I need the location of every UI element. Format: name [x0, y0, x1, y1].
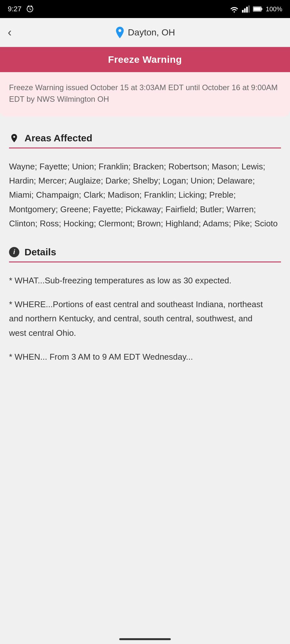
- alarm-icon: [26, 5, 34, 13]
- warning-title: Freeze Warning: [108, 54, 182, 65]
- areas-affected-title: Areas Affected: [24, 133, 92, 144]
- location-title: Dayton, OH: [115, 27, 175, 38]
- svg-rect-2: [244, 8, 246, 13]
- wifi-icon: [230, 5, 239, 13]
- warning-description-text: Freeze Warning issued October 15 at 3:03…: [9, 82, 281, 105]
- details-title: Details: [24, 247, 56, 258]
- details-paragraph-3: * WHEN... From 3 AM to 9 AM EDT Wednesda…: [9, 350, 281, 364]
- nav-header: ‹ Dayton, OH: [0, 18, 290, 47]
- areas-affected-heading: Areas Affected: [0, 126, 290, 144]
- svg-rect-1: [242, 10, 244, 13]
- map-pin-icon: [9, 133, 19, 143]
- warning-banner: Freeze Warning: [0, 47, 290, 72]
- areas-divider: [9, 147, 281, 148]
- warning-description: Freeze Warning issued October 15 at 3:03…: [0, 72, 290, 117]
- areas-text: Wayne; Fayette; Union; Franklin; Bracken…: [9, 159, 281, 231]
- location-pin-icon: [115, 27, 125, 38]
- details-paragraph-1: * WHAT...Sub-freezing temperatures as lo…: [9, 273, 281, 288]
- areas-content: Wayne; Fayette; Union; Franklin; Bracken…: [0, 156, 290, 240]
- svg-point-0: [234, 11, 235, 13]
- signal-icon: [242, 5, 250, 13]
- status-right: 100%: [230, 5, 282, 13]
- back-button[interactable]: ‹: [8, 26, 12, 39]
- info-icon: i: [9, 247, 19, 257]
- spacer-1: [0, 117, 290, 126]
- battery-icon: [253, 6, 263, 12]
- details-heading: i Details: [0, 240, 290, 258]
- location-label: Dayton, OH: [128, 27, 175, 38]
- svg-rect-3: [246, 7, 248, 13]
- status-left: 9:27: [8, 5, 34, 13]
- details-divider: [9, 261, 281, 262]
- svg-rect-4: [248, 5, 250, 13]
- svg-rect-6: [261, 8, 262, 10]
- status-bar: 9:27 100%: [0, 0, 290, 18]
- details-paragraph-2: * WHERE...Portions of east central and s…: [9, 297, 281, 340]
- details-content: * WHAT...Sub-freezing temperatures as lo…: [0, 270, 290, 374]
- home-indicator: [0, 634, 290, 644]
- svg-rect-7: [253, 7, 261, 11]
- battery-percent: 100%: [266, 5, 282, 13]
- status-time: 9:27: [8, 5, 22, 13]
- home-bar: [119, 638, 171, 640]
